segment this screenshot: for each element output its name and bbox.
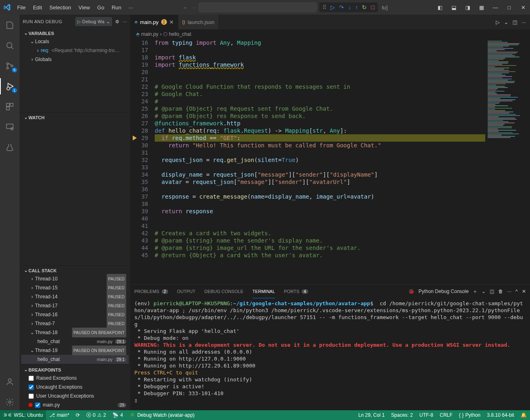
- indentation[interactable]: Spaces: 2: [388, 410, 416, 420]
- continue-icon[interactable]: ▷: [331, 4, 335, 11]
- breakpoint-checkbox[interactable]: [28, 394, 34, 399]
- language-mode[interactable]: { }Python: [456, 410, 484, 420]
- step-over-icon[interactable]: ↷: [339, 4, 344, 11]
- variables-section-header[interactable]: ⌄Variables: [21, 29, 129, 37]
- callstack-section-header[interactable]: ⌄Call Stack: [21, 267, 129, 274]
- breadcrumb[interactable]: ⬘ main.py › ⬡ hello_chat: [130, 29, 530, 39]
- callstack-thread-row[interactable]: ›Thread-10PAUSED: [21, 274, 129, 283]
- problems-status[interactable]: ⓧ0⚠2: [83, 410, 109, 420]
- explorer-icon[interactable]: [0, 17, 20, 33]
- layout-panel-right-icon[interactable]: ◨: [461, 4, 475, 11]
- breakpoint-category-row[interactable]: Uncaught Exceptions: [21, 383, 129, 392]
- maximize-panel-icon[interactable]: ^: [515, 289, 518, 294]
- menu-item[interactable]: Edit: [30, 2, 45, 13]
- settings-gear-icon[interactable]: [0, 394, 20, 410]
- search-icon[interactable]: [0, 37, 20, 54]
- sync-button[interactable]: ⟳: [72, 410, 83, 420]
- eol[interactable]: CRLF: [436, 410, 456, 420]
- more-icon[interactable]: ···: [507, 289, 511, 294]
- chevron-down-icon[interactable]: ⌄: [482, 289, 486, 294]
- tab-debug-console[interactable]: DEBUG CONSOLE: [204, 284, 243, 298]
- debug-settings-gear-icon[interactable]: ⚙: [115, 19, 119, 24]
- tab-problems[interactable]: PROBLEMS2: [134, 284, 168, 298]
- run-icon[interactable]: ▷: [496, 19, 500, 25]
- split-terminal-icon[interactable]: ◫: [490, 289, 494, 294]
- stop-icon[interactable]: □: [371, 4, 374, 11]
- ports-status[interactable]: 📡4: [109, 410, 126, 420]
- split-editor-icon[interactable]: ◫: [512, 19, 517, 25]
- trash-icon[interactable]: 🗑: [498, 289, 503, 294]
- tab-terminal[interactable]: TERMINAL: [252, 284, 275, 298]
- debug-status[interactable]: 🪲Debug Watch (avatar-app): [126, 410, 198, 420]
- step-into-icon[interactable]: ↓: [348, 4, 351, 11]
- breakpoint-category-row[interactable]: Raised Exceptions: [21, 374, 129, 383]
- more-icon[interactable]: ···: [123, 19, 127, 24]
- minimize-icon[interactable]: —: [488, 4, 502, 11]
- chevron-down-icon[interactable]: ⌄: [504, 19, 508, 25]
- line-gutter[interactable]: 1617181920212223242526272829303132333435…: [130, 39, 155, 284]
- menu-item[interactable]: View: [75, 2, 93, 13]
- menu-item[interactable]: Go: [94, 2, 107, 13]
- debug-config-dropdown[interactable]: ▷ Debug Wa ⌄: [75, 17, 112, 26]
- callstack-frame-row[interactable]: hello_chatmain.py29:1: [21, 337, 129, 346]
- cursor-position[interactable]: Ln 29, Col 1: [355, 410, 388, 420]
- breakpoint-checkbox[interactable]: [28, 385, 34, 390]
- callstack-thread-row[interactable]: ⌄Thread-18PAUSED ON BREAKPOINT: [21, 328, 129, 337]
- callstack-frame-row[interactable]: hello_chatmain.py29:1: [21, 355, 129, 364]
- menu-item[interactable]: File: [14, 2, 29, 13]
- variable-row[interactable]: ›req:<Request 'http://charming-tro…: [21, 46, 129, 55]
- callstack-thread-row[interactable]: ›Thread-15PAUSED: [21, 283, 129, 292]
- breakpoint-checkbox[interactable]: [28, 376, 34, 381]
- variables-scope-globals[interactable]: ›Globals: [21, 55, 129, 64]
- minimap[interactable]: [486, 39, 525, 145]
- layout-customize-icon[interactable]: ▦: [475, 4, 488, 11]
- close-icon[interactable]: ✕: [516, 4, 530, 11]
- tab-output[interactable]: OUTPUT: [177, 284, 195, 298]
- remote-indicator[interactable]: ⚞⚟WSL: Ubuntu: [0, 410, 46, 420]
- maximize-icon[interactable]: □: [502, 4, 516, 11]
- restart-icon[interactable]: ↻: [362, 4, 367, 11]
- more-icon[interactable]: ···: [521, 19, 526, 25]
- new-terminal-icon[interactable]: ＋: [473, 288, 477, 295]
- callstack-thread-row[interactable]: ⌄Thread-19PAUSED ON BREAKPOINT: [21, 346, 129, 355]
- terminal-profile-label[interactable]: Python Debug Console: [418, 289, 469, 294]
- watch-section-header[interactable]: ⌄Watch: [21, 114, 129, 121]
- editor-tab[interactable]: {}launch.json: [178, 15, 219, 29]
- terminal-content[interactable]: (env) pierrick@LAPTOP-HKU5PNNG:~/git/goo…: [130, 298, 530, 410]
- callstack-thread-row[interactable]: ›Thread-17PAUSED: [21, 301, 129, 310]
- menu-item[interactable]: Selection: [46, 2, 74, 13]
- menu-overflow-icon[interactable]: ···: [125, 4, 137, 11]
- python-interpreter[interactable]: 3.8.10 64-bit: [484, 410, 517, 420]
- layout-panel-left-icon[interactable]: ◧: [433, 4, 447, 11]
- callstack-thread-row[interactable]: ›Thread-14PAUSED: [21, 292, 129, 301]
- run-debug-icon[interactable]: 1: [0, 78, 20, 94]
- source-control-icon[interactable]: 5: [0, 58, 20, 74]
- nav-back-icon[interactable]: ←: [182, 4, 188, 11]
- tab-ports[interactable]: PORTS4: [284, 284, 308, 298]
- breakpoint-category-row[interactable]: User Uncaught Exceptions: [21, 392, 129, 400]
- encoding[interactable]: UTF-8: [416, 410, 436, 420]
- start-debug-icon[interactable]: ▷: [77, 19, 81, 24]
- menu-item[interactable]: Run: [108, 2, 125, 13]
- breakpoint-file-row[interactable]: main.py 29: [21, 400, 129, 409]
- close-panel-icon[interactable]: ✕: [522, 289, 526, 294]
- layout-panel-bottom-icon[interactable]: ⬓: [447, 4, 461, 11]
- notifications-icon[interactable]: 🔔: [517, 410, 530, 420]
- breakpoints-section-header[interactable]: ⌄Breakpoints: [21, 366, 129, 374]
- callstack-thread-row[interactable]: ›Thread-7PAUSED: [21, 319, 129, 328]
- chevron-down-icon[interactable]: ⌄: [106, 19, 110, 24]
- variables-scope-locals[interactable]: ⌄Locals: [21, 37, 129, 46]
- drag-handle-icon[interactable]: ⠿: [322, 4, 326, 11]
- close-tab-icon[interactable]: ✕: [169, 19, 174, 25]
- nav-forward-icon[interactable]: →: [191, 4, 196, 11]
- extensions-icon[interactable]: [0, 98, 20, 115]
- breakpoint-checkbox[interactable]: [35, 402, 40, 408]
- code-editor[interactable]: 1617181920212223242526272829303132333435…: [130, 39, 530, 284]
- accounts-icon[interactable]: [0, 374, 20, 390]
- testing-icon[interactable]: [0, 139, 20, 155]
- command-center[interactable]: [199, 2, 317, 12]
- callstack-thread-row[interactable]: ›Thread-16PAUSED: [21, 310, 129, 319]
- git-branch[interactable]: ⎇main*: [46, 410, 72, 420]
- step-out-icon[interactable]: ↑: [355, 4, 358, 11]
- remote-explorer-icon[interactable]: [0, 119, 20, 135]
